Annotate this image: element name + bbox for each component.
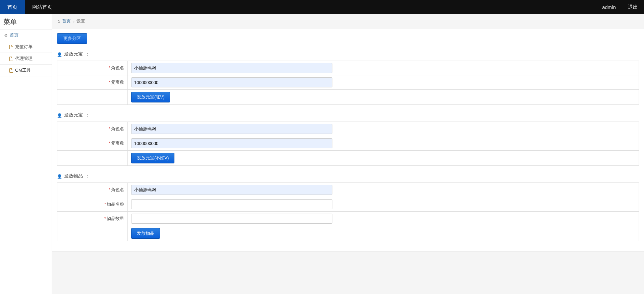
- region-button[interactable]: 更多分区: [57, 33, 87, 44]
- section-title: 发放元宝: [57, 112, 639, 118]
- sidebar-menu: 首页 充值订单 代理管理 GM工具: [0, 29, 52, 76]
- sidebar-item-label: 充值订单: [15, 44, 33, 50]
- role-name-input[interactable]: [131, 124, 332, 134]
- yuanbao-amount-input[interactable]: [131, 138, 332, 148]
- table-row: 发放元宝(不涨V): [57, 151, 639, 166]
- role-name-input[interactable]: [131, 185, 332, 195]
- gear-icon: [4, 33, 8, 38]
- sidebar-item-agent-management[interactable]: 代理管理: [0, 53, 52, 65]
- field-label-amount: *元宝数: [57, 136, 128, 151]
- file-icon: [9, 68, 13, 73]
- form-table: *角色名 *元宝数 发放元宝(不涨V): [57, 122, 639, 166]
- distribute-yuanbao-novip-button[interactable]: 发放元宝(不涨V): [131, 153, 174, 163]
- field-label-amount: *元宝数: [57, 75, 128, 90]
- item-name-input[interactable]: [131, 199, 332, 209]
- sidebar-title: 菜单: [0, 14, 52, 29]
- form-table: *角色名 *元宝数 发放元宝(涨V): [57, 61, 639, 105]
- field-label-role: *角色名: [57, 183, 128, 197]
- section-distribute-yuanbao-vip: 发放元宝 *角色名 *元宝数 发放元宝(涨V): [57, 51, 639, 105]
- field-label-role: *角色名: [57, 122, 128, 136]
- navbar-left: 首页 网站首页: [0, 0, 60, 14]
- file-icon: [9, 57, 13, 61]
- sidebar-item-recharge-orders[interactable]: 充值订单: [0, 41, 52, 53]
- table-row: *物品名称: [57, 197, 639, 212]
- content-area: 首页 › 设置 更多分区 发放元宝 *角色名 *元宝数: [52, 14, 644, 294]
- sidebar-item-label: GM工具: [15, 67, 31, 73]
- table-row: *角色名: [57, 61, 639, 75]
- section-title: 发放物品: [57, 173, 639, 179]
- person-icon: [57, 113, 62, 118]
- breadcrumb: 首页 › 设置: [52, 14, 644, 28]
- role-name-input[interactable]: [131, 63, 332, 73]
- yuanbao-amount-input[interactable]: [131, 77, 332, 87]
- section-distribute-yuanbao-novip: 发放元宝 *角色名 *元宝数 发放元宝(不涨V): [57, 112, 639, 166]
- distribute-yuanbao-vip-button[interactable]: 发放元宝(涨V): [131, 92, 170, 102]
- home-icon: [57, 18, 60, 24]
- field-label-item-qty: *物品数量: [57, 212, 128, 226]
- section-title-text: 发放物品: [64, 173, 83, 179]
- nav-home[interactable]: 首页: [0, 0, 25, 14]
- table-row: *元宝数: [57, 75, 639, 90]
- table-row: 发放物品: [57, 226, 639, 241]
- section-title-text: 发放元宝: [64, 112, 83, 118]
- table-row: *元宝数: [57, 136, 639, 151]
- nav-site-home[interactable]: 网站首页: [25, 0, 60, 14]
- top-navbar: 首页 网站首页 admin 退出: [0, 0, 644, 14]
- table-row: *物品数量: [57, 212, 639, 226]
- form-table: *角色名 *物品名称 *物品数量 发放物品: [57, 182, 639, 241]
- section-title-text: 发放元宝: [64, 51, 83, 57]
- sidebar-item-label: 代理管理: [15, 56, 33, 62]
- person-icon: [57, 173, 62, 179]
- section-distribute-item: 发放物品 *角色名 *物品名称 *物品数量: [57, 173, 639, 241]
- navbar-right: admin 退出: [596, 0, 644, 14]
- table-row: *角色名: [57, 122, 639, 136]
- sidebar-item-home[interactable]: 首页: [0, 29, 52, 41]
- field-label-role: *角色名: [57, 61, 128, 75]
- nav-logout[interactable]: 退出: [622, 4, 644, 10]
- nav-user[interactable]: admin: [596, 4, 622, 10]
- sidebar-item-gm-tools[interactable]: GM工具: [0, 65, 52, 76]
- item-quantity-input[interactable]: [131, 214, 332, 224]
- person-icon: [57, 52, 62, 57]
- sidebar: 菜单 首页 充值订单 代理管理: [0, 14, 52, 294]
- section-title: 发放元宝: [57, 51, 639, 57]
- breadcrumb-separator: ›: [73, 19, 74, 24]
- distribute-item-button[interactable]: 发放物品: [131, 228, 160, 239]
- main-panel: 更多分区 发放元宝 *角色名 *元宝数: [52, 28, 644, 251]
- table-row: *角色名: [57, 183, 639, 197]
- breadcrumb-current: 设置: [76, 18, 85, 24]
- breadcrumb-home[interactable]: 首页: [62, 18, 71, 24]
- table-row: 发放元宝(涨V): [57, 90, 639, 105]
- sidebar-item-label: 首页: [10, 32, 18, 38]
- field-label-item-name: *物品名称: [57, 197, 128, 212]
- file-icon: [9, 45, 13, 49]
